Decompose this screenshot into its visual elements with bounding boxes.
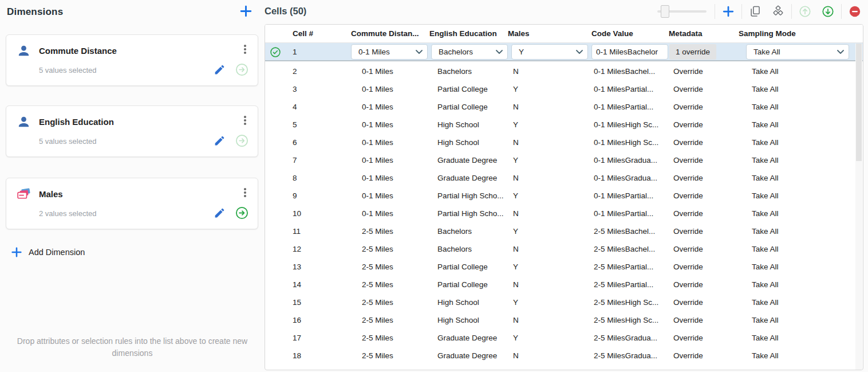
table-row[interactable]: 7 0-1 Miles Graduate Degree Y 0-1 MilesG… [265, 151, 863, 169]
zoom-slider[interactable] [657, 5, 707, 18]
column-header: Sampling Mode [739, 29, 796, 38]
chevron-down-icon [496, 50, 503, 54]
english-education-value: High School [437, 298, 479, 307]
cubes-icon[interactable] [772, 5, 784, 18]
code-value: 2-5 MilesBachel... [594, 227, 655, 236]
sampling-mode-value: Take All [752, 174, 779, 182]
slider-handle[interactable] [661, 5, 669, 18]
metadata-value: Override [673, 334, 703, 342]
table-row[interactable]: 14 2-5 Miles Partial College N 2-5 Miles… [265, 276, 863, 293]
table-row[interactable]: 10 0-1 Miles Partial High Scho... N 0-1 … [265, 205, 863, 222]
code-value: 0-1 MilesPartial... [594, 103, 653, 111]
table-row[interactable]: 9 0-1 Miles Partial High Scho... Y 0-1 M… [265, 187, 863, 205]
add-dimension-label: Add Dimension [29, 248, 85, 257]
column-header: Metadata [669, 29, 703, 38]
metadata-value: Override [673, 191, 703, 200]
code-value: 2-5 MilesHigh Sc... [594, 298, 658, 307]
english-education-value: Graduate Degree [437, 174, 497, 182]
table-row[interactable]: 15 2-5 Miles High School Y 2-5 MilesHigh… [265, 293, 863, 311]
table-row[interactable]: 8 0-1 Miles Graduate Degree N 0-1 MilesG… [265, 169, 863, 187]
dimension-card-commute-distance[interactable]: Commute Distance 5 values selected [6, 34, 258, 86]
code-value: 2-5 MilesBachel... [594, 245, 655, 253]
promote-up-icon[interactable] [799, 5, 811, 18]
kebab-menu-icon[interactable] [239, 113, 251, 128]
code-value: 2-5 MilesGradua... [594, 351, 657, 360]
table-row[interactable]: 11 2-5 Miles Bachelors Y 2-5 MilesBachel… [265, 222, 863, 240]
apply-arrow-icon[interactable] [235, 206, 248, 220]
code-value: 0-1 MilesBachel... [594, 67, 655, 76]
sampling-mode-value: Take All [752, 85, 779, 93]
code-value-input[interactable] [591, 44, 668, 60]
dimension-card-males[interactable]: Males 2 values selected [6, 178, 258, 229]
table-row[interactable]: 5 0-1 Miles High School Y 0-1 MilesHigh … [265, 116, 863, 134]
males-value: N [513, 316, 519, 324]
demote-down-icon[interactable] [822, 5, 834, 18]
code-value: 0-1 MilesGradua... [594, 156, 657, 165]
copy-icon[interactable] [749, 5, 762, 18]
males-value: Y [513, 334, 518, 342]
values-selected-label: 5 values selected [39, 66, 96, 75]
sampling-mode-value: Take All [752, 67, 779, 76]
table-row[interactable]: 13 2-5 Miles Partial College Y 2-5 Miles… [265, 258, 863, 276]
column-header: Cell # [293, 29, 313, 38]
person-icon [17, 115, 31, 129]
cell-number: 4 [293, 103, 297, 111]
code-value: 0-1 MilesHigh Sc... [594, 138, 658, 147]
dimension-card-english-education[interactable]: English Education 5 values selected [6, 105, 258, 157]
commute-distance-value: 0-1 Miles [362, 191, 393, 200]
sampling-mode-value: Take All [752, 138, 779, 147]
apply-arrow-icon[interactable] [235, 134, 248, 147]
add-cell-plus-icon[interactable] [722, 5, 735, 18]
commute-distance-value: 0-1 Miles [362, 174, 393, 182]
plus-icon [10, 246, 23, 259]
metadata-value: Override [673, 67, 703, 76]
commute-distance-value: 0-1 Miles [362, 156, 393, 165]
code-value: 0-1 MilesHigh Sc... [594, 120, 658, 129]
metadata-value: Override [673, 298, 703, 307]
table-row[interactable]: 16 2-5 Miles High School N 2-5 MilesHigh… [265, 311, 863, 329]
table-row[interactable]: 17 2-5 Miles Graduate Degree Y 2-5 Miles… [265, 329, 863, 347]
table-header-row: Cell # Commute Distan... English Educati… [265, 25, 863, 43]
english-education-select[interactable]: Bachelors [431, 44, 508, 60]
dimensions-title: Dimensions [7, 6, 63, 18]
remove-icon[interactable] [849, 5, 861, 18]
metadata-value: Override [673, 209, 703, 218]
add-dimension-button[interactable]: Add Dimension [10, 246, 85, 259]
chevron-down-icon [576, 50, 583, 54]
metadata-value: Override [673, 245, 703, 253]
selected-table-row[interactable]: 1 0-1 Miles Bachelors Y 1 override Take … [265, 43, 863, 61]
edit-pencil-icon[interactable] [214, 207, 226, 219]
table-row[interactable]: 12 2-5 Miles Bachelors N 2-5 MilesBachel… [265, 240, 863, 258]
table-row[interactable]: 6 0-1 Miles High School N 0-1 MilesHigh … [265, 134, 863, 151]
metadata-value: Override [673, 174, 703, 182]
english-education-value: Graduate Degree [437, 351, 497, 360]
table-row[interactable]: 4 0-1 Miles Partial College N 0-1 MilesP… [265, 98, 863, 116]
add-dimension-plus-icon[interactable] [239, 4, 253, 18]
sampling-mode-value: Take All [752, 316, 779, 324]
kebab-menu-icon[interactable] [239, 42, 251, 57]
edit-pencil-icon[interactable] [214, 64, 226, 76]
scrollbar-thumb[interactable] [856, 44, 862, 161]
commute-distance-select[interactable]: 0-1 Miles [351, 44, 428, 60]
cell-number: 3 [293, 85, 297, 93]
commute-distance-value: 2-5 Miles [362, 263, 393, 271]
metadata-value: Override [673, 227, 703, 236]
males-select[interactable]: Y [511, 44, 588, 60]
dimension-name: English Education [39, 117, 114, 127]
code-value: 2-5 MilesHigh Sc... [594, 316, 658, 324]
kebab-menu-icon[interactable] [239, 185, 251, 200]
males-value: N [513, 245, 519, 253]
males-value: Y [513, 85, 518, 93]
sampling-mode-select[interactable]: Take All [746, 44, 849, 60]
table-scrollbar[interactable] [855, 44, 862, 370]
dimension-name: Males [39, 189, 63, 199]
cards-icon [17, 187, 31, 201]
table-row[interactable]: 18 2-5 Miles Graduate Degree N 2-5 Miles… [265, 347, 863, 365]
table-row[interactable]: 2 0-1 Miles Bachelors N 0-1 MilesBachel.… [265, 62, 863, 80]
english-education-value: Partial College [437, 85, 488, 93]
edit-pencil-icon[interactable] [214, 135, 226, 147]
apply-arrow-icon[interactable] [235, 63, 248, 76]
toolbar-divider [741, 4, 742, 19]
table-row[interactable]: 3 0-1 Miles Partial College Y 0-1 MilesP… [265, 80, 863, 98]
cell-number: 5 [293, 120, 297, 129]
